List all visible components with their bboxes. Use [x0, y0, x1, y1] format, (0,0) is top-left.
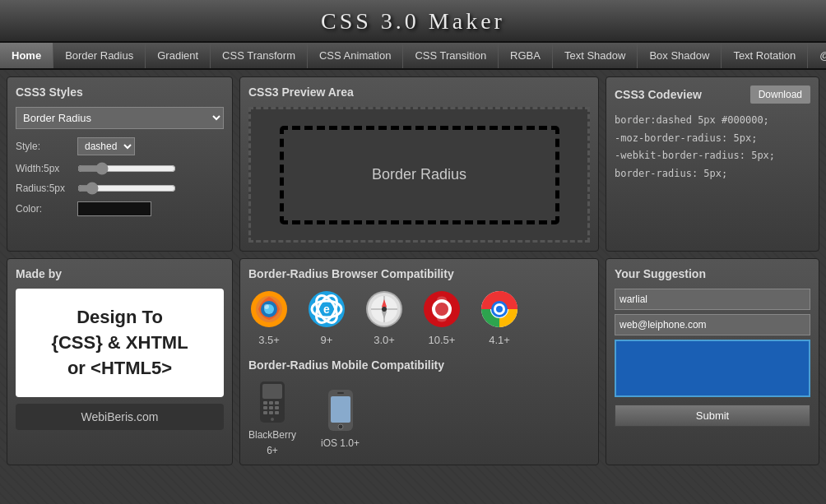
browser-icons: 3.5+ e 9+ — [248, 289, 590, 346]
browser-ie: e 9+ — [306, 289, 347, 346]
ie-version: 9+ — [321, 334, 333, 346]
svg-rect-41 — [331, 396, 350, 423]
suggestion-message[interactable] — [615, 340, 810, 397]
svg-point-27 — [496, 306, 503, 312]
mobile-compat-section: Border-Radius Mobile Compatibility — [248, 358, 590, 456]
opera-icon — [421, 289, 462, 330]
style-row: Style: dashed solid dotted — [16, 137, 224, 155]
codeview-header: CSS3 Codeview Download — [615, 86, 810, 104]
width-row: Width:5px — [16, 162, 224, 175]
ios-label: iOS 1.0+ — [321, 437, 360, 449]
made-by-text: Design To {CSS} & XHTML or <HTML5> — [32, 305, 207, 381]
css3-preview-panel: CSS3 Preview Area Border Radius — [239, 76, 599, 252]
svg-rect-35 — [275, 406, 279, 409]
suggestion-name[interactable] — [615, 289, 810, 310]
color-picker[interactable] — [77, 201, 151, 216]
safari-version: 3.0+ — [374, 334, 395, 346]
made-by-panel: Made by Design To {CSS} & XHTML or <HTML… — [7, 258, 233, 465]
browser-firefox: 3.5+ — [248, 289, 290, 346]
nav-font-face[interactable]: @Font Face — [808, 43, 826, 68]
svg-point-21 — [435, 294, 448, 324]
css3-styles-panel: CSS3 Styles Border Radius Box Shadow Tex… — [7, 76, 233, 252]
webi-link[interactable]: WebiBeris.com — [16, 404, 224, 430]
nav-gradient[interactable]: Gradient — [146, 43, 211, 68]
style-label: Style: — [16, 141, 77, 152]
code-line-3: -webkit-border-radius: 5px; — [615, 147, 810, 165]
browser-compat-title: Border-Radius Browser Compatibility — [248, 267, 590, 280]
svg-rect-33 — [263, 406, 267, 409]
nav-rgba[interactable]: RGBA — [499, 43, 553, 68]
code-line-2: -moz-border-radius: 5px; — [615, 130, 810, 148]
made-by-box: Design To {CSS} & XHTML or <HTML5> — [16, 289, 224, 397]
code-line-1: border:dashed 5px #000000; — [615, 112, 810, 130]
svg-rect-30 — [263, 401, 267, 405]
svg-rect-31 — [269, 401, 273, 405]
preview-area: Border Radius — [248, 107, 590, 243]
browser-safari: 3.0+ — [364, 289, 405, 346]
svg-text:e: e — [323, 303, 330, 316]
browser-opera: 10.5+ — [421, 289, 462, 346]
blackberry-icon — [256, 380, 289, 425]
svg-point-18 — [382, 307, 387, 312]
nav-text-shadow[interactable]: Text Shadow — [553, 43, 638, 68]
design-line1: Design To — [77, 307, 163, 327]
code-view: border:dashed 5px #000000; -moz-border-r… — [615, 112, 810, 183]
svg-point-4 — [264, 304, 269, 309]
svg-point-42 — [338, 424, 343, 429]
chrome-icon — [479, 289, 520, 330]
preview-title: CSS3 Preview Area — [248, 86, 590, 99]
radius-row: Radius:5px — [16, 182, 224, 195]
compat-panel: Border-Radius Browser Compatibility 3.5+ — [239, 258, 599, 465]
color-row: Color: — [16, 201, 224, 216]
svg-rect-34 — [269, 406, 273, 409]
radius-slider[interactable] — [77, 182, 176, 195]
mobile-blackberry: BlackBerry 6+ — [248, 380, 296, 456]
opera-version: 10.5+ — [429, 334, 456, 346]
firefox-icon — [248, 289, 290, 330]
suggestion-panel: Your Suggestion Submit — [606, 258, 819, 465]
codeview-title: CSS3 Codeview — [615, 88, 702, 101]
header: CSS 3.0 Maker — [0, 0, 826, 43]
main-content: CSS3 Styles Border Radius Box Shadow Tex… — [0, 70, 826, 258]
mobile-icons: BlackBerry 6+ iOS 1.0+ — [248, 380, 590, 456]
suggestion-email[interactable] — [615, 314, 810, 335]
ios-icon — [324, 388, 357, 433]
browser-chrome: 4.1+ — [479, 289, 520, 346]
width-label: Width:5px — [16, 163, 77, 174]
svg-rect-37 — [269, 411, 273, 414]
mobile-compat-title: Border-Radius Mobile Compatibility — [248, 358, 590, 372]
navigation: Home Border Radius Gradient CSS Transfor… — [0, 43, 826, 70]
nav-text-rotation[interactable]: Text Rotation — [722, 43, 808, 68]
site-title: CSS 3.0 Maker — [0, 8, 826, 35]
nav-box-shadow[interactable]: Box Shadow — [638, 43, 722, 68]
nav-css-animation[interactable]: CSS Animation — [308, 43, 403, 68]
firefox-version: 3.5+ — [258, 334, 280, 346]
blackberry-label: BlackBerry — [248, 429, 296, 441]
mobile-ios: iOS 1.0+ — [321, 388, 360, 449]
safari-icon — [364, 289, 405, 330]
property-dropdown[interactable]: Border Radius Box Shadow Text Shadow — [16, 107, 224, 129]
nav-home[interactable]: Home — [0, 43, 53, 68]
design-line3: or <HTML5> — [67, 358, 172, 378]
nav-css-transition[interactable]: CSS Transition — [403, 43, 499, 68]
svg-point-39 — [271, 418, 274, 421]
nav-css-transform[interactable]: CSS Transform — [211, 43, 308, 68]
download-button[interactable]: Download — [750, 86, 810, 104]
css3-styles-title: CSS3 Styles — [16, 86, 224, 99]
blackberry-version: 6+ — [267, 445, 278, 456]
ie-icon: e — [306, 289, 347, 330]
made-by-title: Made by — [16, 267, 224, 280]
svg-rect-32 — [275, 401, 279, 405]
color-label: Color: — [16, 203, 77, 215]
style-select-input[interactable]: dashed solid dotted — [77, 137, 135, 155]
preview-box: Border Radius — [280, 126, 559, 224]
suggestion-title: Your Suggestion — [615, 267, 810, 280]
svg-rect-36 — [263, 411, 267, 414]
width-slider[interactable] — [77, 162, 176, 175]
radius-label: Radius:5px — [16, 183, 77, 194]
preview-text: Border Radius — [372, 166, 466, 183]
nav-border-radius[interactable]: Border Radius — [53, 43, 146, 68]
svg-rect-38 — [275, 411, 279, 414]
submit-button[interactable]: Submit — [615, 405, 810, 427]
code-line-4: border-radius: 5px; — [615, 165, 810, 183]
